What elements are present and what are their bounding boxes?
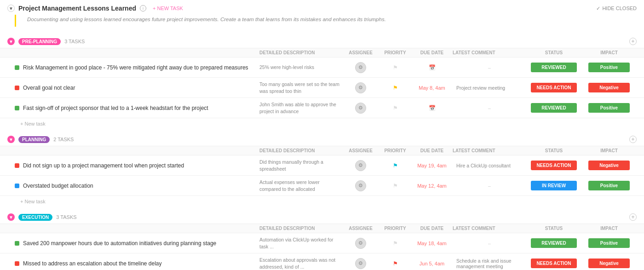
col-comment: LATEST COMMENT	[453, 50, 526, 55]
due-date-text: May 18, 4am	[417, 241, 447, 246]
avatar[interactable]: ⚙	[355, 258, 366, 269]
assignee-cell: ⚙	[342, 160, 379, 171]
section-header-execution: ▼ EXECUTION 3 TASKS +	[0, 211, 644, 224]
table-header-planning: DETAILED DESCRIPTION ASSIGNEE PRIORITY D…	[0, 146, 644, 155]
due-date-text: May 8, 4am	[419, 85, 445, 91]
col-status: STATUS	[526, 226, 581, 231]
col-assignee: ASSIGNEE	[342, 50, 379, 55]
col-comment: LATEST COMMENT	[453, 226, 526, 231]
impact-badge[interactable]: Positive	[588, 181, 630, 190]
hide-closed-btn[interactable]: ✓ HIDE CLOSED	[596, 6, 637, 11]
impact-badge[interactable]: Negative	[588, 83, 630, 92]
add-task-btn-planning[interactable]: +	[629, 136, 637, 143]
task-name-text[interactable]: Overstated budget allocation	[23, 183, 93, 189]
task-description: Actual expenses were lower compared to t…	[259, 179, 342, 192]
add-task-btn-pre-planning[interactable]: +	[629, 38, 637, 45]
section-collapse-execution[interactable]: ▼	[7, 213, 15, 221]
task-description: 25% were high-level risks	[259, 64, 342, 71]
task-name-text[interactable]: Saved 200 manpower hours due to automati…	[23, 240, 216, 247]
hide-closed-label: HIDE CLOSED	[602, 6, 637, 11]
priority-flag[interactable]: ⚑	[393, 240, 398, 247]
assignee-cell: ⚙	[342, 62, 379, 73]
task-description: Did things manually through a spreadshee…	[259, 159, 342, 172]
status-badge[interactable]: NEEDS ACTION	[531, 161, 577, 170]
priority-cell: ⚑	[379, 85, 411, 91]
impact-badge[interactable]: Positive	[588, 63, 630, 72]
task-name-text[interactable]: Did not sign up to a project management …	[23, 162, 184, 169]
task-name-cell: Fast sign-off of project sponsor that le…	[15, 105, 259, 111]
comment-cell: –	[453, 241, 526, 246]
impact-badge[interactable]: Positive	[588, 238, 630, 248]
sections-container: ▼ PRE-PLANNING 3 TASKS + DETAILED DESCRI…	[0, 35, 644, 270]
col-task-name	[15, 226, 259, 231]
page-collapse-btn[interactable]: ▼	[7, 5, 15, 12]
task-status-dot	[15, 261, 19, 266]
new-task-row[interactable]: + New task	[0, 196, 644, 207]
col-task-name	[15, 148, 259, 153]
status-badge[interactable]: NEEDS ACTION	[531, 259, 577, 268]
due-date-text: May 19, 4am	[417, 163, 447, 168]
assignee-cell: ⚙	[342, 238, 379, 249]
task-name-cell: Overstated budget allocation	[15, 183, 259, 189]
impact-badge[interactable]: Negative	[588, 259, 630, 268]
due-date-cell: May 8, 4am	[411, 85, 453, 91]
due-date-cell: May 12, 4am	[411, 183, 453, 189]
col-priority: PRIORITY	[379, 226, 411, 231]
task-name-text[interactable]: Risk Management in good place - 75% were…	[23, 64, 248, 71]
impact-badge[interactable]: Positive	[588, 103, 630, 113]
priority-flag[interactable]: ⚑	[393, 105, 398, 111]
checkmark-icon: ✓	[596, 6, 600, 11]
col-duedate: DUE DATE	[411, 50, 453, 55]
section-collapse-pre-planning[interactable]: ▼	[7, 38, 15, 45]
status-cell: NEEDS ACTION	[526, 83, 581, 92]
add-task-btn-execution[interactable]: +	[629, 213, 637, 221]
table-row: Fast sign-off of project sponsor that le…	[0, 98, 644, 118]
calendar-icon: 📅	[429, 105, 436, 111]
col-task-name	[15, 50, 259, 55]
avatar[interactable]: ⚙	[355, 62, 366, 73]
avatar[interactable]: ⚙	[355, 160, 366, 171]
status-badge[interactable]: IN REVIEW	[531, 181, 577, 190]
impact-cell: Negative	[581, 259, 637, 268]
avatar[interactable]: ⚙	[355, 103, 366, 114]
priority-cell: ⚑	[379, 183, 411, 189]
section-task-count-pre-planning: 3 TASKS	[64, 39, 85, 44]
status-badge[interactable]: REVIEWED	[531, 238, 577, 248]
task-description: John Smith was able to approve the proje…	[259, 101, 342, 115]
task-name-text[interactable]: Fast sign-off of project sponsor that le…	[23, 105, 208, 111]
new-task-header-btn[interactable]: + NEW TASK	[150, 5, 186, 12]
task-status-dot	[15, 163, 19, 168]
priority-flag[interactable]: ⚑	[393, 260, 398, 267]
page-description: Documenting and using lessons learned en…	[15, 15, 629, 27]
new-task-row[interactable]: + New task	[0, 118, 644, 129]
avatar[interactable]: ⚙	[355, 238, 366, 249]
section-badge-pre-planning: PRE-PLANNING	[18, 38, 61, 45]
gear-icon: ⚙	[358, 260, 363, 266]
status-badge[interactable]: NEEDS ACTION	[531, 83, 577, 92]
section-collapse-planning[interactable]: ▼	[7, 136, 15, 143]
priority-flag[interactable]: ⚑	[393, 183, 398, 189]
info-icon[interactable]: i	[140, 5, 146, 11]
col-assignee: ASSIGNEE	[342, 226, 379, 231]
col-comment: LATEST COMMENT	[453, 148, 526, 153]
status-badge[interactable]: REVIEWED	[531, 63, 577, 72]
avatar[interactable]: ⚙	[355, 180, 366, 191]
impact-badge[interactable]: Negative	[588, 161, 630, 170]
priority-flag[interactable]: ⚑	[393, 162, 398, 169]
collapse-icon: ▼	[9, 215, 13, 220]
calendar-icon: 📅	[429, 64, 436, 71]
due-date-text: May 12, 4am	[417, 183, 447, 189]
priority-cell: ⚑	[379, 105, 411, 111]
task-name-text[interactable]: Missed to address an escalation about th…	[23, 260, 162, 267]
task-name-text[interactable]: Overall goal not clear	[23, 85, 75, 91]
section-task-count-execution: 3 TASKS	[56, 214, 76, 220]
col-desc: DETAILED DESCRIPTION	[259, 50, 342, 55]
priority-cell: ⚑	[379, 162, 411, 169]
table-row: Risk Management in good place - 75% were…	[0, 57, 644, 78]
priority-flag[interactable]: ⚑	[393, 64, 398, 71]
avatar[interactable]: ⚙	[355, 82, 366, 93]
impact-cell: Positive	[581, 181, 637, 190]
comment-cell: Hire a ClickUp consultant	[453, 163, 526, 168]
priority-flag[interactable]: ⚑	[393, 85, 398, 91]
status-badge[interactable]: REVIEWED	[531, 103, 577, 113]
